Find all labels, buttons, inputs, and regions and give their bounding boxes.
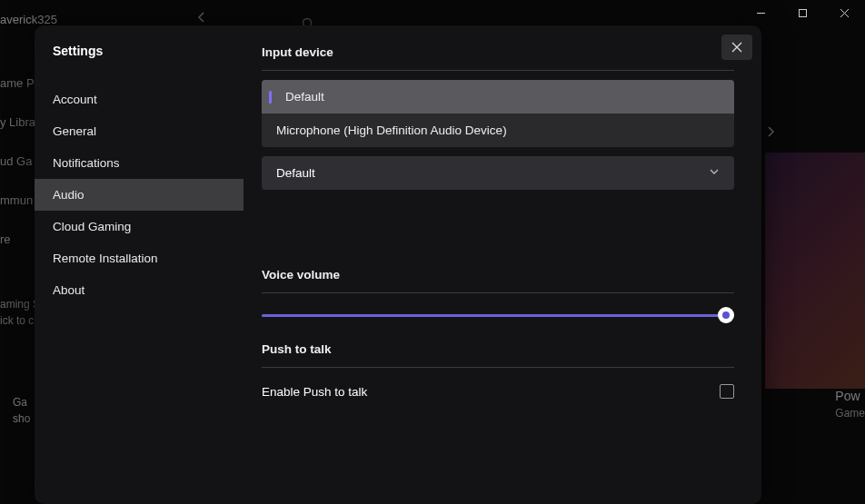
option-label: Microphone (High Definition Audio Device… <box>276 124 720 137</box>
voice-volume-slider[interactable] <box>262 306 734 324</box>
close-modal-button[interactable] <box>721 35 752 60</box>
window-controls <box>740 0 865 25</box>
sidebar-item-account[interactable]: Account <box>35 84 244 115</box>
enable-ptt-label: Enable Push to talk <box>262 385 367 399</box>
close-window-button[interactable] <box>823 0 865 25</box>
slider-thumb[interactable] <box>718 307 734 323</box>
slider-track <box>262 314 734 317</box>
sidebar-item-remote-install[interactable]: Remote Installation <box>35 242 244 274</box>
settings-modal: Settings Account General Notifications A… <box>35 25 761 504</box>
divider <box>262 367 734 368</box>
option-label: Default <box>285 90 720 104</box>
selection-indicator <box>269 91 272 104</box>
sidebar-item-audio[interactable]: Audio <box>35 179 244 211</box>
voice-volume-label: Voice volume <box>262 268 734 282</box>
maximize-button[interactable] <box>781 0 823 25</box>
dropdown-value: Default <box>276 166 315 180</box>
bg-username: averick325 <box>0 0 173 26</box>
settings-sidebar: Settings Account General Notifications A… <box>35 25 244 504</box>
settings-content: Input device Default Microphone (High De… <box>244 25 761 504</box>
sidebar-item-general[interactable]: General <box>35 115 244 147</box>
input-device-label: Input device <box>262 45 734 59</box>
push-to-talk-label: Push to talk <box>262 342 734 356</box>
enable-ptt-checkbox[interactable] <box>720 384 734 399</box>
sidebar-item-about[interactable]: About <box>35 274 244 306</box>
sidebar-item-notifications[interactable]: Notifications <box>35 147 244 179</box>
output-device-dropdown[interactable]: Default <box>262 156 734 190</box>
enable-ptt-row: Enable Push to talk <box>262 377 734 406</box>
input-option-default[interactable]: Default <box>262 80 734 114</box>
chevron-right-icon <box>767 125 776 142</box>
settings-title: Settings <box>35 40 244 84</box>
bg-right-card: Pow Game <box>835 389 865 420</box>
sidebar-item-cloud-gaming[interactable]: Cloud Gaming <box>35 211 244 242</box>
divider <box>262 70 734 71</box>
input-device-options: Default Microphone (High Definition Audi… <box>262 80 734 147</box>
svg-rect-3 <box>799 9 806 16</box>
chevron-down-icon <box>709 166 720 180</box>
divider <box>262 292 734 293</box>
input-option-microphone[interactable]: Microphone (High Definition Audio Device… <box>262 114 734 147</box>
minimize-button[interactable] <box>740 0 781 25</box>
